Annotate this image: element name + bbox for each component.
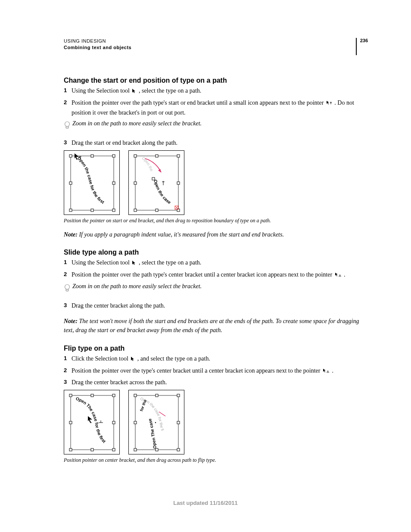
svg-rect-39 [91,394,93,397]
pointer-center-bracket-icon [323,367,330,376]
svg-text:Open the case for the first: Open the case for the first [77,156,106,205]
svg-rect-53 [177,394,180,397]
svg-rect-8 [69,209,72,212]
pointer-bracket-icon [326,99,332,109]
tip: Zoom in on the path to more easily selec… [64,283,368,293]
svg-rect-10 [112,209,115,212]
tip: Zoom in on the path to more easily selec… [64,120,368,131]
selection-tool-icon [131,355,135,364]
svg-rect-5 [112,155,115,157]
step-body: Drag the start or end bracket along the … [72,138,368,148]
svg-rect-56 [134,448,137,451]
steps-sec1: 1 Using the Selection tool , select the … [64,86,368,118]
svg-rect-45 [112,448,115,451]
figure-caption: Position pointer on center bracket, and … [64,457,368,464]
note: Note: If you apply a paragraph indent va… [64,230,368,240]
step-body: Drag the center bracket along the path. [72,301,368,311]
svg-text:Open the case: Open the case [153,179,172,205]
svg-rect-3 [69,155,72,157]
svg-rect-51 [134,394,137,397]
svg-point-0 [65,122,70,127]
svg-rect-16 [156,155,158,157]
svg-rect-40 [112,394,115,397]
selection-tool-icon [132,259,136,268]
figure-panel: Open the Open the case [128,150,184,215]
svg-rect-52 [156,394,158,397]
svg-rect-42 [112,421,115,424]
step-number: 3 [64,378,72,387]
svg-rect-20 [134,209,137,212]
heading-slide: Slide type along a path [64,249,368,256]
svg-rect-55 [177,421,180,424]
running-header: USING INDESIGN Combining text and object… [64,38,368,55]
svg-rect-38 [69,394,72,397]
step-body: Drag the center bracket across the path. [72,378,368,387]
step-number: 2 [64,270,72,280]
step-number: 2 [64,366,72,376]
figure-caption: Position the pointer on start or end bra… [64,218,368,224]
heading-flip: Flip type on a path [64,345,368,352]
svg-rect-6 [69,182,72,184]
svg-rect-43 [69,448,72,451]
lightbulb-icon [64,284,71,293]
svg-rect-25 [152,177,155,180]
steps-sec2b: 3 Drag the center bracket along the path… [64,301,368,311]
page: USING INDESIGN Combining text and object… [0,0,411,532]
svg-rect-54 [134,421,137,424]
svg-rect-18 [134,182,137,184]
step-body: Click the Selection tool , and select th… [72,354,368,364]
tip-text: Zoom in on the path to more easily selec… [72,283,202,290]
tip-text: Zoom in on the path to more easily selec… [72,120,202,127]
svg-rect-37 [71,395,114,450]
step-number: 3 [64,301,72,311]
steps-sec1b: 3 Drag the start or end bracket along th… [64,138,368,148]
step-number: 2 [64,98,72,118]
svg-rect-44 [91,448,93,451]
svg-point-49 [90,422,91,423]
header-left: USING INDESIGN Combining text and object… [64,38,131,51]
doc-title: USING INDESIGN [64,38,131,44]
step-number: 3 [64,138,72,148]
step-body: Position the pointer over the type's cen… [72,366,368,376]
pointer-center-bracket-icon [335,271,342,280]
svg-point-33 [65,284,70,289]
heading-change-position: Change the start or end position of type… [64,77,368,84]
step-number: 1 [64,258,72,268]
selection-tool-icon [132,87,136,96]
footer-updated: Last updated 11/16/2011 [0,500,411,506]
page-number: 236 [356,38,368,55]
step-body: Using the Selection tool , select the ty… [72,258,368,268]
figure-panel: Open the case for the fi Open The case f… [128,390,184,454]
step-body: Position the pointer over the path type'… [72,98,368,118]
svg-text:Open The case for the first: Open The case for the first [75,396,106,444]
steps-sec3: 1 Click the Selection tool , and select … [64,354,368,387]
figure-sec1: Open the case for the first Open the Ope… [64,150,368,215]
figure-panel: Open the case for the first [64,150,120,215]
svg-text:for the: for the [139,399,147,412]
svg-text:Open the: Open the [141,156,154,172]
lightbulb-icon [64,121,71,131]
note-label: Note: [64,231,79,238]
svg-rect-17 [177,155,180,157]
note: Note: The text won't move if both the st… [64,317,368,335]
svg-rect-4 [91,155,93,157]
svg-rect-58 [177,448,180,451]
figure-sec3: Open The case for the first Open the cas… [64,390,368,454]
note-label: Note: [64,318,79,324]
section-title: Combining text and objects [64,44,131,51]
svg-rect-21 [156,209,158,212]
svg-rect-57 [156,448,158,451]
svg-rect-7 [112,182,115,184]
svg-rect-19 [177,182,180,184]
step-body: Position the pointer over the path type'… [72,270,368,280]
steps-sec2: 1 Using the Selection tool , select the … [64,258,368,280]
svg-rect-9 [91,209,93,212]
step-body: Using the Selection tool , select the ty… [72,86,368,96]
figure-panel: Open The case for the first [64,390,120,454]
step-number: 1 [64,86,72,96]
svg-rect-41 [69,421,72,424]
svg-rect-15 [134,155,137,157]
step-number: 1 [64,354,72,364]
svg-point-63 [155,422,156,423]
